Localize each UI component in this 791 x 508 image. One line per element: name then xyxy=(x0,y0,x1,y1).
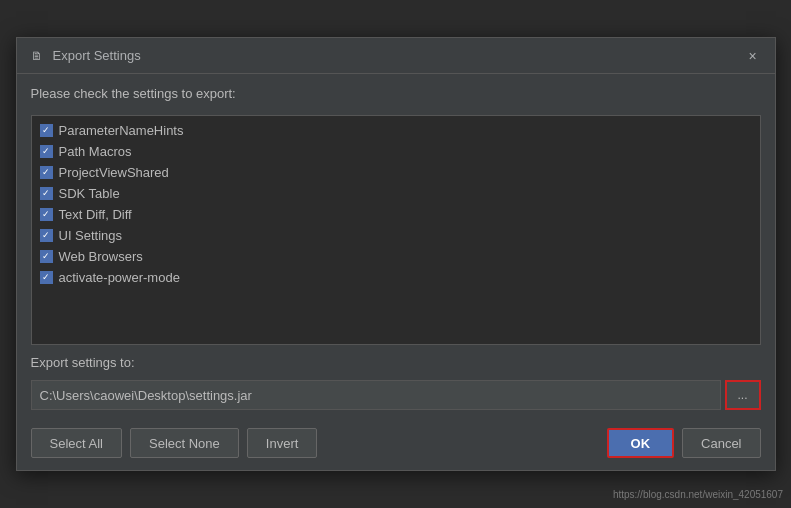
item-label: ParameterNameHints xyxy=(59,123,184,138)
item-label: Text Diff, Diff xyxy=(59,207,132,222)
checkbox[interactable] xyxy=(40,271,53,284)
select-all-button[interactable]: Select All xyxy=(31,428,122,458)
cancel-button[interactable]: Cancel xyxy=(682,428,760,458)
list-item[interactable]: SDK Table xyxy=(32,183,760,204)
export-to-section: Export settings to: ... xyxy=(31,355,761,410)
item-label: Path Macros xyxy=(59,144,132,159)
list-item[interactable]: UI Settings xyxy=(32,225,760,246)
title-bar-left: 🗎 Export Settings xyxy=(29,48,141,64)
file-path-input[interactable] xyxy=(31,380,721,410)
browse-button[interactable]: ... xyxy=(725,380,761,410)
export-settings-dialog: 🗎 Export Settings × Please check the set… xyxy=(16,37,776,471)
item-label: Web Browsers xyxy=(59,249,143,264)
settings-section-label: Please check the settings to export: xyxy=(31,86,761,101)
item-label: UI Settings xyxy=(59,228,123,243)
checkbox[interactable] xyxy=(40,145,53,158)
checkbox[interactable] xyxy=(40,250,53,263)
file-path-row: ... xyxy=(31,380,761,410)
item-label: ProjectViewShared xyxy=(59,165,169,180)
list-item[interactable]: ParameterNameHints xyxy=(32,120,760,141)
invert-button[interactable]: Invert xyxy=(247,428,318,458)
checkbox[interactable] xyxy=(40,208,53,221)
list-item[interactable]: Text Diff, Diff xyxy=(32,204,760,225)
ok-button[interactable]: OK xyxy=(607,428,675,458)
list-item[interactable]: Path Macros xyxy=(32,141,760,162)
button-row: Select All Select None Invert OK Cancel xyxy=(17,422,775,470)
checkbox[interactable] xyxy=(40,166,53,179)
title-bar: 🗎 Export Settings × xyxy=(17,38,775,74)
dialog-icon: 🗎 xyxy=(29,48,45,64)
item-label: activate-power-mode xyxy=(59,270,180,285)
close-button[interactable]: × xyxy=(743,46,763,66)
watermark: https://blog.csdn.net/weixin_42051607 xyxy=(613,489,783,500)
select-none-button[interactable]: Select None xyxy=(130,428,239,458)
list-item[interactable]: activate-power-mode xyxy=(32,267,760,288)
list-item[interactable]: Web Browsers xyxy=(32,246,760,267)
checkbox[interactable] xyxy=(40,229,53,242)
list-item[interactable]: ProjectViewShared xyxy=(32,162,760,183)
settings-list[interactable]: ParameterNameHintsPath MacrosProjectView… xyxy=(31,115,761,345)
dialog-body: Please check the settings to export: Par… xyxy=(17,74,775,422)
export-to-label: Export settings to: xyxy=(31,355,761,370)
dialog-title: Export Settings xyxy=(53,48,141,63)
checkbox[interactable] xyxy=(40,187,53,200)
checkbox[interactable] xyxy=(40,124,53,137)
item-label: SDK Table xyxy=(59,186,120,201)
